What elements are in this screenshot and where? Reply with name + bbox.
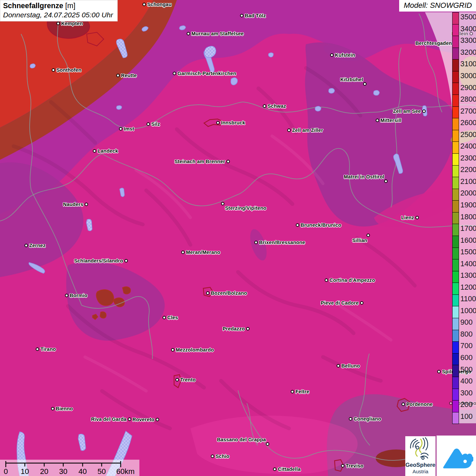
colorbar-segment [453, 389, 459, 401]
city-label: Silz [151, 121, 160, 127]
city-label: Conegliano [354, 416, 381, 422]
city-dot [24, 244, 28, 247]
title-text: Schneefallgrenze [3, 2, 63, 10]
city-dot [187, 32, 190, 35]
colorbar-segment [453, 142, 459, 154]
colorbar-segment [453, 365, 459, 377]
city-dot [36, 347, 39, 351]
city-dot [221, 202, 224, 205]
city-label: Treviso [346, 463, 363, 469]
city-dot [296, 223, 299, 227]
city-label: Cortina d'Ampezzo [329, 277, 375, 283]
colorbar-segment [453, 318, 459, 330]
city-dot [175, 378, 179, 381]
city-dot [266, 442, 269, 446]
city-dot [246, 327, 250, 330]
colorbar-segment [453, 177, 459, 189]
city-label: Belluno [341, 363, 360, 369]
colorbar-segment [453, 166, 459, 177]
colorbar-segment [453, 377, 459, 389]
colorbar-segment [453, 60, 459, 71]
city-label: Mezzolombardo [176, 347, 214, 353]
city-label: Innsbruck [221, 120, 245, 125]
city-dot [124, 259, 128, 262]
title-unit: [m] [65, 2, 75, 10]
colorbar-segment [453, 224, 459, 236]
city-label: Schongau [147, 2, 172, 7]
colorbar-segment [453, 189, 459, 201]
geosphere-logo-name: GeoSphere [405, 462, 436, 468]
city-dot [273, 468, 276, 471]
mountain-cloud-logo-icon [439, 439, 473, 473]
city-label: Imst [124, 126, 134, 132]
geosphere-logo: GeoSphere Austria [405, 436, 436, 476]
city-label: Nauders [63, 202, 83, 207]
colorbar-segment [453, 95, 459, 107]
city-label: Zell am See [393, 108, 421, 114]
colorbar-segment [453, 118, 459, 130]
city-label: Brixen/Bressanone [259, 240, 305, 245]
colorbar-segment [453, 36, 459, 48]
city-label: Schio [216, 454, 229, 459]
city-dot [263, 104, 266, 108]
city-label: Bormio [70, 293, 87, 298]
city-label: Zell am Ziller [292, 128, 323, 133]
city-label: Kitzbühel [340, 77, 363, 82]
city-dot [341, 464, 344, 468]
city-label: Matrei in Osttirol [344, 174, 384, 180]
city-label: Sillian [352, 238, 367, 243]
city-label: Landeck [98, 148, 118, 154]
city-dot [206, 291, 209, 295]
city-dot [291, 390, 294, 393]
city-label: Sonthofen [56, 67, 81, 73]
city-label: Sterzing/Vipiteno [225, 205, 267, 211]
city-label: Reutte [121, 73, 137, 78]
city-label: Berchtesgaden [415, 40, 452, 46]
city-dot [376, 119, 379, 122]
scale-tick-label: 60km [116, 467, 135, 476]
scale-tick-label: 10 [21, 467, 29, 476]
colorbar-segment [453, 13, 459, 24]
city-dot [402, 403, 405, 406]
geosphere-logo-icon [408, 436, 433, 460]
city-label: Bad Tölz [245, 13, 266, 18]
city-dot [363, 82, 367, 86]
city-dot [56, 22, 60, 25]
city-dot [181, 251, 185, 254]
city-dot [470, 32, 473, 35]
city-label: Meran/Merano [186, 250, 220, 255]
city-label: Pieve di Cadore [321, 300, 359, 306]
city-label: Mittersill [380, 118, 402, 123]
city-label: Cles [167, 315, 178, 320]
scale-tick-label: 30 [59, 467, 67, 476]
colorbar-segment [453, 259, 459, 271]
colorbar-segment [453, 306, 459, 318]
city-label: Riva del Garda [91, 417, 126, 422]
city-dot [51, 407, 54, 410]
city-label: Schwaz [268, 103, 286, 109]
city-layer: SchongauBad TölzKemptenMurnau am Staffel… [0, 0, 476, 476]
city-dot [128, 418, 131, 421]
city-dot [254, 241, 258, 244]
city-dot [422, 109, 426, 113]
colorbar-segment [453, 236, 459, 248]
city-dot [142, 3, 146, 6]
scale-tick-label: 20 [40, 467, 48, 476]
colorbar-segment [453, 130, 459, 142]
city-dot [85, 203, 88, 206]
city-label: Bienno [56, 406, 73, 411]
colorbar-segment [453, 248, 459, 260]
city-dot [65, 294, 68, 297]
colorbar-segment [453, 330, 459, 342]
city-dot [349, 417, 352, 421]
city-label: Bassano del Grappa [217, 437, 266, 442]
colorbar-segment [453, 295, 459, 307]
model-label: Modell: SNOWGRID [399, 0, 476, 12]
colorbar-segment [453, 342, 459, 354]
city-label: Feltre [295, 389, 309, 394]
colorbar-segment [453, 401, 459, 412]
city-dot [437, 370, 441, 373]
city-dot [449, 402, 453, 405]
city-dot [93, 149, 96, 153]
city-dot [119, 127, 122, 131]
